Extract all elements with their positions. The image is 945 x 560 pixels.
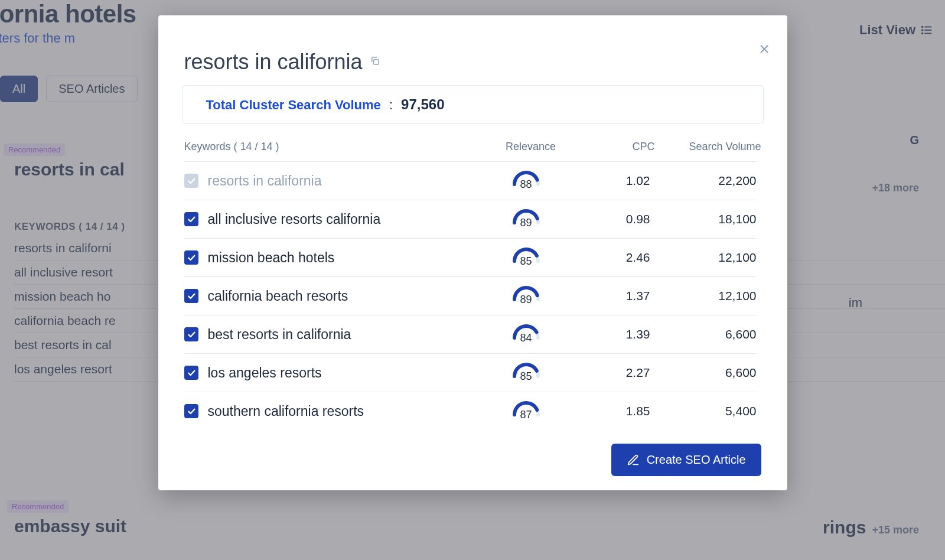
relevance-gauge: 87 bbox=[511, 399, 542, 423]
keyword-text: all inclusive resorts california bbox=[208, 211, 485, 227]
col-keywords: Keywords ( 14 / 14 ) bbox=[184, 141, 490, 153]
table-row: los angeles resorts 852.276,600 bbox=[184, 354, 757, 392]
keyword-checkbox[interactable] bbox=[184, 327, 198, 341]
keyword-rows[interactable]: resorts in california 881.0222,200all in… bbox=[184, 161, 761, 427]
relevance-cell: 85 bbox=[485, 361, 568, 385]
table-row: all inclusive resorts california 890.981… bbox=[184, 200, 757, 239]
keyword-checkbox[interactable] bbox=[184, 366, 198, 380]
keyword-text: los angeles resorts bbox=[208, 365, 485, 381]
relevance-value: 85 bbox=[511, 370, 542, 383]
keyword-text: mission beach hotels bbox=[208, 250, 485, 266]
relevance-value: 88 bbox=[511, 178, 542, 191]
cpc-value: 2.46 bbox=[568, 250, 650, 265]
cpc-value: 1.85 bbox=[568, 404, 650, 418]
modal-overlay: resorts in california Total Cluster Sear… bbox=[0, 0, 945, 560]
table-row: resorts in california 881.0222,200 bbox=[184, 161, 757, 200]
keyword-text: best resorts in california bbox=[208, 327, 485, 343]
keyword-text: southern california resorts bbox=[208, 403, 485, 419]
keyword-text: resorts in california bbox=[208, 173, 485, 189]
keyword-text: california beach resorts bbox=[208, 288, 485, 304]
relevance-value: 89 bbox=[511, 217, 542, 229]
create-seo-article-button[interactable]: Create SEO Article bbox=[611, 444, 761, 476]
keyword-checkbox[interactable] bbox=[184, 404, 198, 418]
check-icon bbox=[187, 368, 196, 377]
relevance-gauge: 85 bbox=[511, 246, 542, 269]
check-icon bbox=[187, 253, 196, 262]
relevance-gauge: 84 bbox=[511, 323, 542, 346]
check-icon bbox=[187, 330, 196, 339]
keyword-checkbox[interactable] bbox=[184, 250, 198, 265]
relevance-gauge: 85 bbox=[511, 361, 542, 385]
col-cpc: CPC bbox=[572, 141, 655, 153]
cpc-value: 1.39 bbox=[568, 327, 650, 341]
search-volume-value: 6,600 bbox=[650, 366, 757, 380]
check-icon bbox=[187, 176, 196, 185]
search-volume-value: 12,100 bbox=[650, 289, 757, 303]
copy-icon bbox=[370, 56, 380, 66]
cpc-value: 2.27 bbox=[568, 366, 650, 380]
check-icon bbox=[187, 291, 196, 301]
cpc-value: 1.37 bbox=[568, 289, 650, 303]
relevance-gauge: 89 bbox=[511, 284, 542, 308]
total-search-volume-box: Total Cluster Search Volume : 97,560 bbox=[182, 85, 764, 124]
table-row: california beach resorts 891.3712,100 bbox=[184, 277, 757, 315]
relevance-value: 84 bbox=[511, 332, 542, 344]
cpc-value: 1.02 bbox=[568, 174, 650, 188]
cluster-detail-modal: resorts in california Total Cluster Sear… bbox=[158, 15, 787, 490]
tsv-value: 97,560 bbox=[401, 96, 444, 113]
relevance-cell: 89 bbox=[485, 207, 568, 231]
table-row: southern california resorts 871.855,400 bbox=[184, 392, 757, 427]
edit-icon bbox=[627, 454, 640, 467]
close-icon bbox=[758, 43, 771, 56]
table-row: best resorts in california 841.396,600 bbox=[184, 315, 757, 354]
cpc-value: 0.98 bbox=[568, 212, 650, 226]
search-volume-value: 12,100 bbox=[650, 250, 757, 265]
search-volume-value: 6,600 bbox=[650, 327, 757, 341]
relevance-cell: 89 bbox=[485, 284, 568, 308]
relevance-gauge: 89 bbox=[511, 207, 542, 231]
keyword-checkbox[interactable] bbox=[184, 289, 198, 303]
relevance-gauge: 88 bbox=[511, 169, 542, 193]
search-volume-value: 22,200 bbox=[650, 174, 757, 188]
relevance-value: 89 bbox=[511, 294, 542, 306]
table-header: Keywords ( 14 / 14 ) Relevance CPC Searc… bbox=[184, 135, 761, 161]
keyword-checkbox bbox=[184, 174, 198, 188]
relevance-cell: 87 bbox=[485, 399, 568, 423]
keyword-checkbox[interactable] bbox=[184, 212, 198, 226]
create-button-label: Create SEO Article bbox=[647, 453, 746, 467]
svg-rect-8 bbox=[373, 60, 378, 64]
check-icon bbox=[187, 214, 196, 224]
relevance-value: 85 bbox=[511, 255, 542, 268]
copy-button[interactable] bbox=[370, 56, 380, 69]
col-search-volume: Search Volume bbox=[655, 141, 761, 153]
close-button[interactable] bbox=[758, 43, 771, 58]
col-relevance: Relevance bbox=[490, 141, 572, 153]
check-icon bbox=[187, 406, 196, 416]
relevance-cell: 84 bbox=[485, 323, 568, 346]
table-row: mission beach hotels 852.4612,100 bbox=[184, 239, 757, 277]
search-volume-value: 5,400 bbox=[650, 404, 757, 418]
relevance-cell: 85 bbox=[485, 246, 568, 269]
tsv-colon: : bbox=[386, 97, 396, 113]
relevance-cell: 88 bbox=[485, 169, 568, 193]
relevance-value: 87 bbox=[511, 409, 542, 421]
tsv-label: Total Cluster Search Volume bbox=[206, 97, 381, 113]
search-volume-value: 18,100 bbox=[650, 212, 757, 226]
modal-title: resorts in california bbox=[184, 50, 363, 74]
